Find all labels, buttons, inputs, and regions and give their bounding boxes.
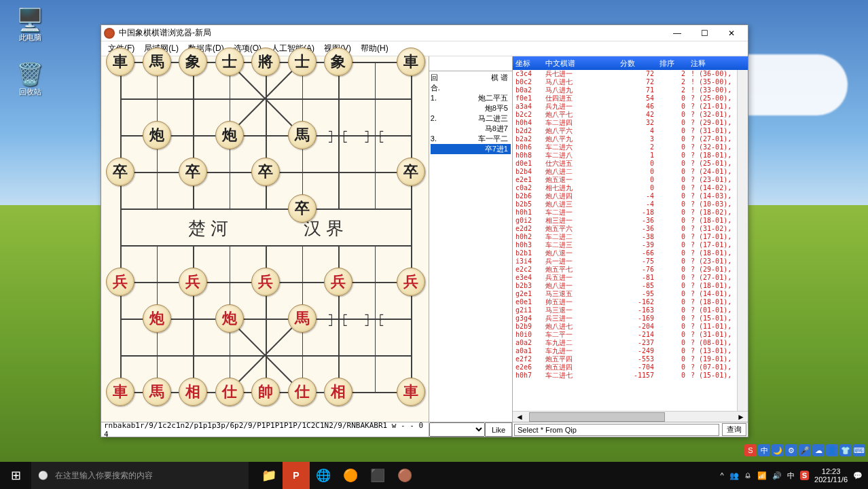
piece-仕[interactable]: 仕 [288, 378, 317, 406]
piece-仕[interactable]: 仕 [215, 378, 244, 406]
table-row[interactable]: c0a2相七进九00? (14-02), [513, 184, 748, 192]
taskbar-search[interactable]: ⚪ 在这里输入你要搜索的内容 [31, 462, 249, 489]
tb-xiangqi[interactable]: 🟤 [391, 462, 418, 489]
piece-炮[interactable]: 炮 [143, 121, 171, 149]
move-item[interactable]: 3.车一平二 [431, 134, 511, 144]
titlebar[interactable]: 中国象棋棋谱浏览器-新局 — ☐ ✕ [101, 25, 748, 41]
analysis-table[interactable]: c3c4兵七进一722! (36-00),b0c2马八进七722! (35-00… [513, 70, 748, 411]
ime-btn-1[interactable]: 中 [758, 444, 770, 456]
table-row[interactable]: g2e1马三退五-950? (14-01), [513, 290, 748, 298]
piece-兵[interactable]: 兵 [251, 268, 280, 296]
piece-相[interactable]: 相 [179, 378, 207, 406]
move-item[interactable]: 马8进7 [431, 124, 511, 134]
piece-馬[interactable]: 馬 [288, 121, 317, 149]
tb-chrome[interactable]: 🌐 [310, 462, 337, 489]
table-row[interactable]: e2c2炮五平七-760? (29-01), [513, 266, 748, 274]
table-row[interactable]: b2b9炮八进七-2040? (11-01), [513, 323, 748, 331]
table-row[interactable]: a0a2车九进二-2370? (08-01), [513, 339, 748, 347]
ime-btn-3[interactable]: ⚙ [785, 444, 797, 456]
tray-people-icon[interactable]: 👥 [729, 471, 739, 480]
table-row[interactable]: b2b5炮八进三-40? (10-03), [513, 200, 748, 209]
table-row[interactable]: g0i2相三进一-360? (18-01), [513, 217, 748, 225]
table-row[interactable]: h0h4车二进四320? (29-01), [513, 119, 748, 127]
system-tray[interactable]: ^ 👥 🕭 📶 🔊 中 S 12:23 2021/11/6 💬 [715, 467, 868, 484]
piece-兵[interactable]: 兵 [179, 268, 207, 296]
move-list[interactable]: 回合.棋 谱1.炮二平五炮8平52.马二进三马8进73.车一平二卒7进1 [429, 71, 512, 422]
table-row[interactable]: b2c2炮八平七420? (32-01), [513, 111, 748, 119]
piece-兵[interactable]: 兵 [106, 268, 134, 296]
move-item[interactable]: 1.炮二平五 [431, 93, 511, 103]
board-area[interactable]: 楚 河汉 界┐┌┘└┐┌┘└┐┌┘└┐┌┘└車馬象士將士象車炮炮馬卒卒卒卒卒兵兵… [101, 56, 429, 422]
piece-兵[interactable]: 兵 [324, 268, 352, 296]
table-row[interactable]: b2b4炮八进二00? (24-01), [513, 168, 748, 176]
tray-up-icon[interactable]: ^ [721, 471, 724, 479]
table-row[interactable]: h0h3车二进三-390? (17-01), [513, 241, 748, 249]
tb-camtasia[interactable]: ⬛ [364, 462, 391, 489]
vertical-scrollbar[interactable] [737, 70, 748, 411]
tray-bt-icon[interactable]: 🕭 [744, 471, 752, 479]
menu-help[interactable]: 帮助(H) [357, 41, 393, 56]
table-row[interactable]: e2f2炮五平四-5530? (19-01), [513, 355, 748, 363]
piece-車[interactable]: 車 [106, 378, 134, 406]
piece-卒[interactable]: 卒 [397, 158, 425, 186]
ime-btn-4[interactable]: 🎤 [799, 444, 811, 456]
ime-btn-5[interactable]: ☁ [812, 444, 825, 456]
tray-sogou-icon[interactable]: S [800, 471, 809, 480]
ime-btn-2[interactable]: 🌙 [772, 444, 784, 456]
piece-將[interactable]: 將 [251, 48, 280, 76]
piece-卒[interactable]: 卒 [106, 158, 134, 186]
table-row[interactable]: e2e6炮五进四-7040? (07-01), [513, 363, 748, 372]
desktop-icon-computer[interactable]: 🖥️ 此电脑 [10, 7, 50, 43]
tb-ppt[interactable]: P [283, 462, 310, 489]
piece-卒[interactable]: 卒 [179, 158, 207, 186]
table-row[interactable]: h0h6车二进六20? (32-01), [513, 143, 748, 151]
table-row[interactable]: d0e1仕六进五00? (25-01), [513, 160, 748, 168]
like-button[interactable]: Like [485, 422, 512, 437]
desktop-icon-recycle[interactable]: 🗑️ 回收站 [10, 61, 50, 97]
ime-btn-0[interactable]: S [744, 444, 757, 456]
piece-炮[interactable]: 炮 [215, 121, 244, 149]
tray-wifi-icon[interactable]: 📶 [757, 471, 767, 480]
tray-notify-icon[interactable]: 💬 [853, 471, 863, 480]
table-row[interactable]: b2b1炮八退一-660? (18-01), [513, 249, 748, 257]
piece-馬[interactable]: 馬 [288, 304, 317, 333]
ime-btn-6[interactable]: 👤 [826, 444, 838, 456]
table-row[interactable]: e2d2炮五平六-360? (31-02), [513, 225, 748, 233]
table-row[interactable]: h0h2车二进二-380? (17-01), [513, 233, 748, 241]
table-row[interactable]: b2b6炮八进四-40? (14-03), [513, 192, 748, 200]
table-row[interactable]: g2i1马三退一-1630? (01-01), [513, 306, 748, 314]
move-filter-select[interactable] [429, 422, 485, 437]
ime-btn-7[interactable]: 👕 [839, 444, 852, 456]
table-row[interactable]: b0c2马八进七722! (35-00), [513, 78, 748, 86]
tray-vol-icon[interactable]: 🔊 [772, 471, 782, 480]
query-button[interactable]: 查询 [722, 423, 746, 436]
piece-炮[interactable]: 炮 [143, 304, 171, 333]
ime-toolbar[interactable]: S中🌙⚙🎤☁👤👕⌨ [744, 444, 865, 456]
piece-車[interactable]: 車 [397, 48, 425, 76]
piece-士[interactable]: 士 [215, 48, 244, 76]
piece-炮[interactable]: 炮 [215, 304, 244, 333]
table-row[interactable]: h0h7车二进七-11570? (15-01), [513, 372, 748, 380]
table-row[interactable]: b2d2炮八平六40? (31-01), [513, 127, 748, 135]
ime-btn-8[interactable]: ⌨ [853, 444, 865, 456]
piece-帥[interactable]: 帥 [251, 378, 280, 406]
sql-input[interactable] [514, 424, 719, 436]
tb-folder[interactable]: 📁 [255, 462, 283, 489]
move-item[interactable]: 卒7进1 [431, 144, 511, 154]
start-button[interactable]: ⊞ [0, 462, 31, 489]
piece-車[interactable]: 車 [397, 378, 425, 406]
table-row[interactable]: e0e1帅五进一-1620? (18-01), [513, 298, 748, 306]
table-row[interactable]: a0a1车九进一-2490? (13-01), [513, 347, 748, 355]
piece-卒[interactable]: 卒 [288, 194, 317, 223]
piece-相[interactable]: 相 [324, 378, 352, 406]
table-row[interactable]: i3i4兵一进一-750? (23-01), [513, 257, 748, 266]
move-item[interactable]: 2.马二进三 [431, 113, 511, 124]
table-row[interactable]: f0e1仕四进五540? (25-00), [513, 94, 748, 103]
piece-馬[interactable]: 馬 [143, 48, 171, 76]
horizontal-scrollbar[interactable]: ◄ ► [513, 411, 748, 422]
piece-士[interactable]: 士 [288, 48, 317, 76]
piece-車[interactable]: 車 [106, 48, 134, 76]
table-row[interactable]: h0h8车二进八10? (18-01), [513, 151, 748, 160]
close-button[interactable]: ✕ [718, 26, 745, 40]
table-row[interactable]: g3g4兵三进一-1690? (15-01), [513, 314, 748, 323]
